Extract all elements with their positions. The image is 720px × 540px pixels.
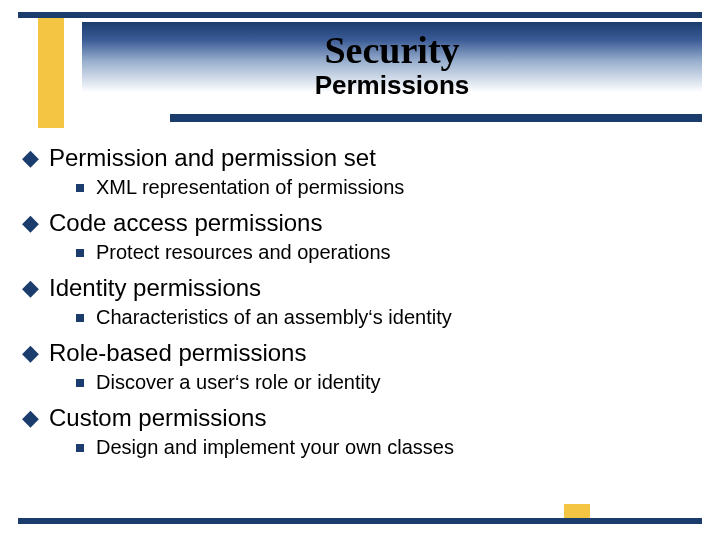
slide-title: Security: [82, 22, 702, 72]
bullet-text: Code access permissions: [49, 209, 322, 237]
round-bullet-icon: ◆: [22, 339, 39, 367]
bullet-text: Discover a user‘s role or identity: [96, 371, 381, 394]
slide-subtitle: Permissions: [82, 70, 702, 101]
bullet-text: Role-based permissions: [49, 339, 306, 367]
bullet-level2: Characteristics of an assembly‘s identit…: [18, 306, 702, 329]
bullet-level2: Design and implement your own classes: [18, 436, 702, 459]
bullet-text: Custom permissions: [49, 404, 266, 432]
bullet-level1: ◆ Custom permissions: [18, 404, 702, 432]
bottom-border-rule: [18, 518, 702, 524]
square-bullet-icon: [76, 184, 84, 192]
accent-bar-top: [38, 18, 64, 128]
title-underline: [170, 114, 702, 122]
bullet-text: Characteristics of an assembly‘s identit…: [96, 306, 452, 329]
round-bullet-icon: ◆: [22, 144, 39, 172]
round-bullet-icon: ◆: [22, 274, 39, 302]
bullet-level2: XML representation of permissions: [18, 176, 702, 199]
bullet-level2: Discover a user‘s role or identity: [18, 371, 702, 394]
accent-bar-bottom: [564, 504, 590, 518]
bullet-level1: ◆ Role-based permissions: [18, 339, 702, 367]
bullet-level2: Protect resources and operations: [18, 241, 702, 264]
top-border-rule: [18, 12, 702, 18]
bullet-level1: ◆ Identity permissions: [18, 274, 702, 302]
square-bullet-icon: [76, 249, 84, 257]
round-bullet-icon: ◆: [22, 209, 39, 237]
square-bullet-icon: [76, 314, 84, 322]
bullet-text: XML representation of permissions: [96, 176, 404, 199]
bullet-text: Design and implement your own classes: [96, 436, 454, 459]
bullet-level1: ◆ Code access permissions: [18, 209, 702, 237]
bullet-level1: ◆ Permission and permission set: [18, 144, 702, 172]
square-bullet-icon: [76, 444, 84, 452]
bullet-text: Identity permissions: [49, 274, 261, 302]
round-bullet-icon: ◆: [22, 404, 39, 432]
content-area: ◆ Permission and permission set XML repr…: [18, 138, 702, 469]
title-band: Security Permissions: [82, 22, 702, 110]
bullet-text: Permission and permission set: [49, 144, 376, 172]
square-bullet-icon: [76, 379, 84, 387]
bullet-text: Protect resources and operations: [96, 241, 391, 264]
